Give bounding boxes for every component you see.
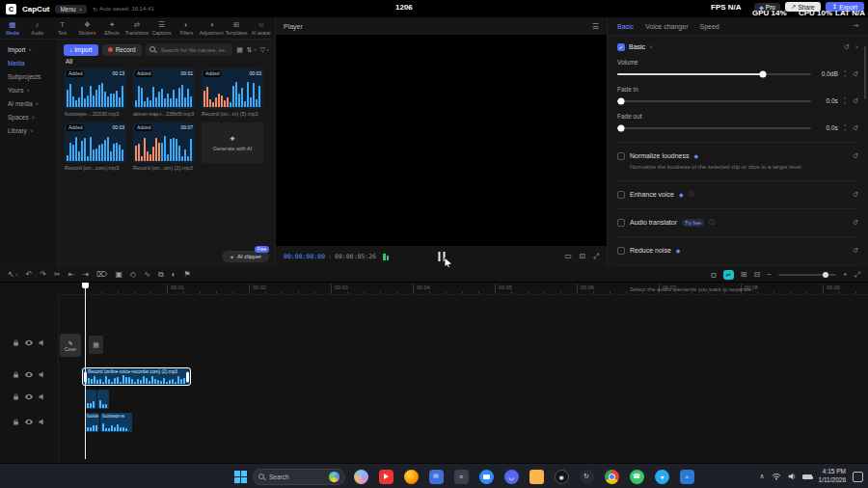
magnet-icon[interactable]: Ω — [711, 271, 717, 279]
keyframe-button[interactable]: ◇ — [130, 271, 136, 279]
video-viewport[interactable] — [276, 35, 607, 246]
player-menu-icon[interactable]: ☰ — [592, 22, 599, 31]
tab-basic[interactable]: Basic — [617, 23, 634, 30]
redo-button[interactable]: ↷ — [40, 271, 46, 279]
audio-clip[interactable]: footsteps-w — [100, 413, 132, 432]
media-item[interactable]: Added00:13 footsteps-...20330.mp3 — [65, 68, 126, 117]
sidebar-item-library[interactable]: Library∨ — [0, 123, 57, 137]
tab-templates[interactable]: ⊞Templates — [224, 21, 249, 36]
reset-section-icon[interactable]: ↺ — [843, 42, 849, 51]
grid-view-button[interactable]: ▦ — [236, 46, 243, 54]
media-item[interactable]: Added00:03 Record (on...m) (5).mp3 — [202, 68, 263, 117]
taskbar-app-copilot[interactable] — [351, 466, 370, 487]
auto-ripple-toggle[interactable]: ⇄ — [723, 270, 734, 280]
video-clip[interactable]: ▦ — [89, 336, 103, 354]
sidebar-item-subprojects[interactable]: Subprojects — [0, 69, 57, 83]
audio-clip[interactable]: footste — [85, 413, 99, 432]
chevron-down-icon[interactable]: ∨ — [649, 44, 652, 49]
filter-button[interactable]: ▽∨ — [260, 46, 269, 54]
generate-with-ai-tile[interactable]: ✦ Generate with AI — [202, 122, 263, 163]
taskbar-app-discord[interactable]: ◡ — [502, 466, 521, 487]
marker-button[interactable]: ⚑ — [183, 271, 190, 279]
audio-clip[interactable] — [97, 390, 109, 409]
taskbar-app-vscode[interactable]: ‹› — [677, 466, 696, 487]
tab-transitions[interactable]: ⇄Transitions — [124, 21, 149, 36]
zoom-out-button[interactable]: − — [767, 271, 772, 279]
media-search[interactable] — [146, 43, 233, 56]
menu-button[interactable]: Menu ∨ — [55, 5, 87, 14]
step-down-icon[interactable]: ∨ — [844, 128, 847, 132]
tab-adjustment[interactable]: ◑Adjustment — [199, 21, 224, 36]
collapse-section-icon[interactable]: ∨ — [855, 44, 858, 49]
inspector-scrollbar[interactable] — [864, 46, 866, 99]
media-search-input[interactable] — [159, 46, 230, 54]
media-item[interactable]: Added00:07 Record (on...om) (2).mp3 — [133, 122, 195, 171]
cover-button[interactable]: ✎ Cover — [60, 334, 81, 357]
ai-clipper-button[interactable]: Free ✦ AI clipper — [222, 251, 269, 262]
quality-icon[interactable]: ⊡ — [580, 252, 585, 261]
tab-speed[interactable]: Speed — [700, 23, 719, 30]
tab-text[interactable]: TText — [50, 21, 75, 36]
step-down-icon[interactable]: ∨ — [844, 101, 847, 105]
tab-captions[interactable]: ☰Captions — [149, 21, 175, 36]
sidebar-item-import[interactable]: Import∨ — [0, 42, 57, 56]
taskbar-app-phone[interactable]: ☎ — [627, 466, 646, 487]
reset-fade-out-icon[interactable]: ↺ — [853, 123, 858, 132]
tray-chevron-icon[interactable]: ∧ — [759, 473, 764, 480]
timeline-tracks[interactable]: ✎ Cover ▦ Record (online-voice-recorder.… — [0, 294, 868, 463]
taskbar-app-firefox[interactable] — [401, 466, 420, 487]
selected-audio-clip[interactable]: Record (online-voice-recorder.com) (2).m… — [82, 367, 191, 386]
tab-media[interactable]: ▦Media — [0, 21, 25, 36]
timeline-zoom-slider[interactable] — [778, 274, 836, 276]
taskbar-search[interactable]: Search — [253, 469, 345, 485]
sidebar-item-ai-media[interactable]: AI media∨ — [0, 96, 57, 110]
link-button[interactable]: ⊞ — [741, 271, 747, 279]
zoom-in-button[interactable]: + — [843, 271, 848, 279]
taskbar-app-sync[interactable]: ↻ — [577, 466, 596, 487]
ratio-icon[interactable]: ▭ — [565, 252, 572, 261]
audio-clip[interactable] — [85, 390, 96, 409]
freeze-frame-button[interactable]: ▣ — [115, 271, 122, 279]
select-tool-button[interactable]: ↖∨ — [8, 271, 18, 279]
preview-snap-button[interactable]: ⊟ — [754, 271, 761, 279]
step-down-icon[interactable]: ∨ — [844, 74, 847, 78]
reduce-noise-checkbox[interactable] — [617, 247, 625, 255]
fullscreen-icon[interactable]: ⤢ — [593, 252, 599, 261]
reset-volume-icon[interactable]: ↺ — [853, 69, 858, 78]
media-item[interactable]: Added00:03 Record (on...com).mp3 — [65, 122, 126, 171]
sidebar-item-yours[interactable]: Yours∨ — [0, 83, 57, 96]
sidebar-item-spaces[interactable]: Spaces∨ — [0, 110, 57, 123]
fade-out-slider[interactable] — [617, 127, 811, 129]
taskbar-app-chrome[interactable] — [602, 466, 621, 487]
taskbar-app-calculator[interactable]: ≡ — [451, 466, 471, 487]
taskbar-app-mail[interactable]: ✉ — [426, 466, 446, 487]
taskbar-app-zoom[interactable] — [476, 466, 496, 487]
notification-center-icon[interactable] — [853, 472, 863, 482]
normalize-loudness-checkbox[interactable] — [617, 152, 625, 160]
split-button[interactable]: ✂ — [54, 271, 61, 279]
reset-fade-in-icon[interactable]: ↺ — [853, 96, 858, 105]
trim-left-button[interactable]: ⇤ — [68, 271, 75, 279]
mask-button[interactable]: ◐ — [172, 271, 176, 279]
import-button[interactable]: ↓ Import — [64, 44, 98, 56]
reset-normalize-icon[interactable]: ↺ — [853, 151, 858, 160]
start-button[interactable] — [234, 471, 247, 483]
taskbar-app-folder[interactable] — [527, 466, 546, 487]
enhance-voice-checkbox[interactable] — [617, 191, 625, 199]
speed-curve-button[interactable]: ∿ — [144, 271, 150, 279]
audio-translator-checkbox[interactable] — [617, 219, 625, 227]
playhead-handle[interactable] — [82, 283, 89, 288]
media-item[interactable]: Added00:01 alimer-trap-i...236b5f.mp3 — [133, 68, 195, 117]
tab-ai-avatar[interactable]: ☺AI avatar — [249, 21, 274, 36]
taskbar-app-youtube[interactable] — [376, 466, 395, 487]
battery-icon[interactable] — [802, 474, 812, 479]
basic-section-checkbox[interactable]: ✓ — [617, 43, 625, 51]
trim-handle-right[interactable] — [186, 371, 189, 382]
fade-out-value[interactable]: 0.0s — [817, 124, 838, 131]
volume-value[interactable]: 0.0dB — [817, 70, 838, 77]
clock[interactable]: 4:15 PM 1/11/2026 — [819, 468, 846, 485]
sort-button[interactable]: ⇅∨ — [247, 46, 257, 54]
tab-voice-changer[interactable]: Voice changer — [645, 23, 688, 30]
panel-collapse-icon[interactable]: ⇥ — [853, 22, 858, 30]
fit-timeline-button[interactable]: ⤢ — [854, 271, 860, 279]
